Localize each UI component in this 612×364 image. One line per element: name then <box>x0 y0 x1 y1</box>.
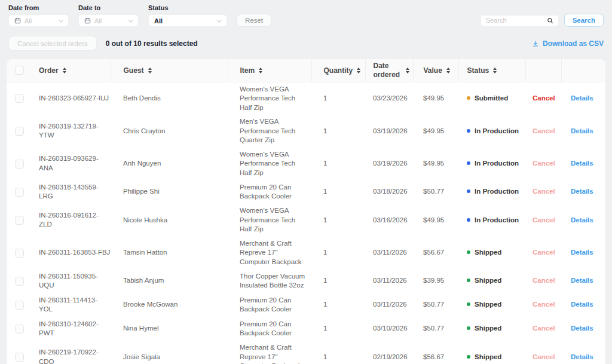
cancel-link[interactable]: Cancel <box>533 160 555 167</box>
details-link[interactable]: Details <box>571 216 593 224</box>
status-label: Status <box>148 4 227 11</box>
details-link[interactable]: Details <box>571 277 593 284</box>
order-id-cell: IN-260311-150935-UQU <box>33 269 111 293</box>
column-header-status[interactable]: Status <box>458 59 525 82</box>
column-header-select-all[interactable] <box>7 59 33 82</box>
date-cell: 03/10/2026 <box>365 317 413 341</box>
sort-icon[interactable] <box>446 68 450 74</box>
details-link[interactable]: Details <box>571 353 593 360</box>
filter-status: Status All <box>148 4 227 27</box>
column-header-order[interactable]: Order <box>33 59 111 82</box>
item-cell: Premium 20 Can Backpack Cooler <box>228 317 311 341</box>
cancel-link[interactable]: Cancel <box>533 94 555 102</box>
guest-cell: Beth Dendis <box>111 82 228 115</box>
column-header-guest[interactable]: Guest <box>111 59 228 82</box>
sort-icon[interactable] <box>148 68 152 74</box>
download-icon <box>532 40 539 47</box>
search-box <box>481 15 559 26</box>
cancel-link[interactable]: Cancel <box>533 325 555 332</box>
value-cell: $50.77 <box>413 180 458 204</box>
details-link[interactable]: Details <box>571 325 593 332</box>
cancel-link[interactable]: Cancel <box>533 188 555 195</box>
guest-cell: Philippe Shi <box>111 180 228 204</box>
value-cell: $49.95 <box>413 204 458 237</box>
row-checkbox[interactable] <box>15 188 24 197</box>
status-label: Shipped <box>475 325 501 332</box>
value-cell: $56.67 <box>413 341 458 364</box>
status-label: Shipped <box>475 301 501 308</box>
calendar-icon <box>14 17 21 24</box>
date-from-select[interactable]: All <box>8 14 69 27</box>
details-link[interactable]: Details <box>571 127 593 134</box>
details-link[interactable]: Details <box>571 249 593 256</box>
sort-icon[interactable] <box>259 68 262 74</box>
cancel-link[interactable]: Cancel <box>533 301 555 308</box>
cancel-link[interactable]: Cancel <box>533 127 555 134</box>
row-checkbox[interactable] <box>15 325 24 334</box>
row-checkbox[interactable] <box>15 249 24 258</box>
row-checkbox[interactable] <box>15 353 24 362</box>
date-cell: 02/19/2026 <box>365 341 413 364</box>
status-select[interactable]: All <box>148 14 227 27</box>
date-cell: 03/11/2026 <box>365 293 413 317</box>
row-checkbox[interactable] <box>15 277 24 286</box>
quantity-cell: 1 <box>311 180 365 204</box>
cancel-selected-button[interactable]: Cancel selected orders <box>8 36 97 51</box>
row-checkbox[interactable] <box>15 160 24 169</box>
status-dot <box>467 129 470 133</box>
table-row: IN-260311-150935-UQU Tabish Anjum Thor C… <box>7 269 606 293</box>
column-header-value[interactable]: Value <box>413 59 458 82</box>
sort-icon[interactable] <box>357 68 360 74</box>
details-link[interactable]: Details <box>571 188 593 195</box>
status-label: In Production <box>475 188 519 195</box>
select-all-checkbox[interactable] <box>15 66 24 75</box>
orders-card: Order Guest Item Quantity Date ordered V… <box>6 59 606 364</box>
download-csv-link[interactable]: Download as CSV <box>532 39 604 48</box>
column-header-item[interactable]: Item <box>228 59 311 82</box>
row-checkbox[interactable] <box>15 127 24 136</box>
sort-icon[interactable] <box>63 68 66 74</box>
status-label: In Production <box>475 127 519 134</box>
date-to-value: All <box>94 17 102 25</box>
column-header-quantity[interactable]: Quantity <box>311 59 365 82</box>
date-from-value: All <box>25 17 32 25</box>
guest-cell: Nina Hymel <box>111 317 228 341</box>
chevron-down-icon <box>59 17 63 22</box>
row-checkbox[interactable] <box>15 301 24 310</box>
status-dot <box>467 302 470 306</box>
date-to-select[interactable]: All <box>78 14 139 27</box>
column-header-date-ordered[interactable]: Date ordered <box>365 59 413 82</box>
date-cell: 03/11/2026 <box>365 269 413 293</box>
orders-tbody: IN-260323-065927-IUJ Beth Dendis Women's… <box>7 82 606 364</box>
quantity-cell: 1 <box>311 237 365 270</box>
chevron-down-icon <box>217 17 222 22</box>
quantity-column-label: Quantity <box>324 66 353 75</box>
filter-date-to: Date to All <box>78 4 139 27</box>
chevron-down-icon <box>128 17 133 22</box>
quantity-cell: 1 <box>311 341 365 364</box>
sort-icon[interactable] <box>406 68 409 74</box>
filter-bar: Date from All Date to All Status <box>0 0 612 27</box>
guest-cell: Chris Crayton <box>111 115 228 148</box>
cancel-link[interactable]: Cancel <box>533 353 555 360</box>
row-checkbox[interactable] <box>15 216 24 225</box>
cancel-link[interactable]: Cancel <box>533 277 555 284</box>
status-dot <box>467 326 470 330</box>
guest-cell: Tabish Anjum <box>111 269 228 293</box>
status-dot <box>467 218 470 222</box>
reset-button[interactable]: Reset <box>237 14 271 27</box>
sort-icon[interactable] <box>493 68 497 74</box>
details-link[interactable]: Details <box>571 94 593 102</box>
search-button[interactable]: Search <box>564 14 604 27</box>
details-link[interactable]: Details <box>571 160 593 167</box>
cancel-link[interactable]: Cancel <box>533 249 555 256</box>
download-csv-label: Download as CSV <box>543 39 604 48</box>
date-to-label: Date to <box>78 4 139 11</box>
item-cell: Merchant & Craft Repreve 17" Computer Ba… <box>228 237 311 270</box>
search-input[interactable] <box>486 17 543 24</box>
details-link[interactable]: Details <box>571 301 593 308</box>
row-checkbox[interactable] <box>15 94 24 103</box>
status-dot <box>467 355 470 359</box>
cancel-link[interactable]: Cancel <box>533 216 555 224</box>
status-label: Submitted <box>475 94 508 102</box>
